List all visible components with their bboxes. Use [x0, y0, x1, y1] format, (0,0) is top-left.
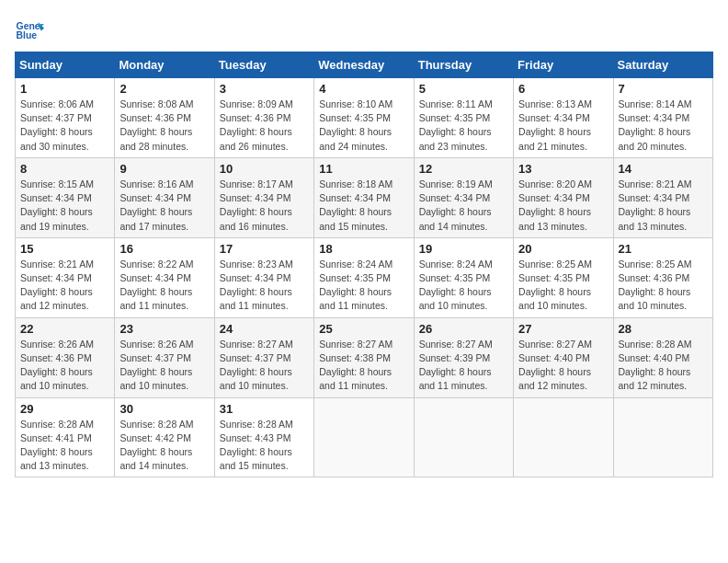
day-number: 16	[119, 242, 209, 256]
calendar-cell: 6Sunrise: 8:13 AMSunset: 4:34 PMDaylight…	[514, 78, 613, 158]
calendar-cell: 19Sunrise: 8:24 AMSunset: 4:35 PMDayligh…	[414, 237, 513, 317]
day-info: Sunrise: 8:26 AMSunset: 4:36 PMDaylight:…	[20, 338, 109, 394]
calendar-cell: 13Sunrise: 8:20 AMSunset: 4:34 PMDayligh…	[514, 157, 613, 237]
day-number: 5	[419, 82, 508, 96]
day-number: 30	[119, 402, 209, 416]
logo-icon: General Blue	[15, 15, 44, 44]
day-info: Sunrise: 8:28 AMSunset: 4:41 PMDaylight:…	[20, 418, 109, 474]
day-info: Sunrise: 8:15 AMSunset: 4:34 PMDaylight:…	[20, 178, 109, 234]
calendar-cell: 20Sunrise: 8:25 AMSunset: 4:35 PMDayligh…	[514, 237, 613, 317]
day-number: 2	[119, 82, 209, 96]
calendar-cell	[514, 397, 613, 477]
day-info: Sunrise: 8:24 AMSunset: 4:35 PMDaylight:…	[419, 258, 508, 314]
weekday-header-saturday: Saturday	[613, 52, 712, 78]
day-number: 31	[220, 402, 309, 416]
day-number: 21	[619, 242, 708, 256]
day-info: Sunrise: 8:08 AMSunset: 4:36 PMDaylight:…	[119, 98, 209, 154]
calendar-cell: 18Sunrise: 8:24 AMSunset: 4:35 PMDayligh…	[314, 237, 414, 317]
day-number: 27	[518, 322, 608, 336]
day-info: Sunrise: 8:27 AMSunset: 4:39 PMDaylight:…	[419, 338, 508, 394]
day-info: Sunrise: 8:09 AMSunset: 4:36 PMDaylight:…	[220, 98, 309, 154]
day-number: 28	[619, 322, 708, 336]
calendar-cell: 7Sunrise: 8:14 AMSunset: 4:34 PMDaylight…	[613, 78, 712, 158]
day-number: 10	[220, 162, 309, 176]
calendar-cell: 17Sunrise: 8:23 AMSunset: 4:34 PMDayligh…	[214, 237, 313, 317]
weekday-header-tuesday: Tuesday	[214, 52, 313, 78]
calendar-cell: 26Sunrise: 8:27 AMSunset: 4:39 PMDayligh…	[414, 317, 513, 397]
day-info: Sunrise: 8:27 AMSunset: 4:40 PMDaylight:…	[518, 338, 608, 394]
weekday-header-row: SundayMondayTuesdayWednesdayThursdayFrid…	[16, 52, 713, 78]
week-row-4: 22Sunrise: 8:26 AMSunset: 4:36 PMDayligh…	[16, 317, 713, 397]
weekday-header-sunday: Sunday	[16, 52, 115, 78]
weekday-header-friday: Friday	[514, 52, 613, 78]
day-number: 24	[220, 322, 309, 336]
weekday-header-monday: Monday	[115, 52, 214, 78]
day-number: 9	[119, 162, 209, 176]
calendar-cell: 15Sunrise: 8:21 AMSunset: 4:34 PMDayligh…	[16, 237, 115, 317]
day-info: Sunrise: 8:21 AMSunset: 4:34 PMDaylight:…	[20, 258, 109, 314]
day-number: 26	[419, 322, 508, 336]
day-info: Sunrise: 8:20 AMSunset: 4:34 PMDaylight:…	[518, 178, 608, 234]
calendar-cell	[613, 397, 712, 477]
calendar-cell	[414, 397, 513, 477]
calendar-cell: 3Sunrise: 8:09 AMSunset: 4:36 PMDaylight…	[214, 78, 313, 158]
calendar-cell: 23Sunrise: 8:26 AMSunset: 4:37 PMDayligh…	[115, 317, 214, 397]
week-row-2: 8Sunrise: 8:15 AMSunset: 4:34 PMDaylight…	[16, 157, 713, 237]
day-number: 1	[20, 82, 109, 96]
calendar-cell: 28Sunrise: 8:28 AMSunset: 4:40 PMDayligh…	[613, 317, 712, 397]
day-info: Sunrise: 8:28 AMSunset: 4:43 PMDaylight:…	[220, 418, 309, 474]
calendar-cell: 8Sunrise: 8:15 AMSunset: 4:34 PMDaylight…	[16, 157, 115, 237]
day-number: 14	[619, 162, 708, 176]
day-info: Sunrise: 8:19 AMSunset: 4:34 PMDaylight:…	[419, 178, 508, 234]
day-number: 23	[119, 322, 209, 336]
calendar-cell: 16Sunrise: 8:22 AMSunset: 4:34 PMDayligh…	[115, 237, 214, 317]
day-info: Sunrise: 8:26 AMSunset: 4:37 PMDaylight:…	[119, 338, 209, 394]
day-number: 8	[20, 162, 109, 176]
day-info: Sunrise: 8:11 AMSunset: 4:35 PMDaylight:…	[419, 98, 508, 154]
day-number: 17	[220, 242, 309, 256]
day-info: Sunrise: 8:25 AMSunset: 4:36 PMDaylight:…	[619, 258, 708, 314]
logo: General Blue	[15, 15, 48, 44]
week-row-3: 15Sunrise: 8:21 AMSunset: 4:34 PMDayligh…	[16, 237, 713, 317]
calendar-cell: 22Sunrise: 8:26 AMSunset: 4:36 PMDayligh…	[16, 317, 115, 397]
day-number: 13	[518, 162, 608, 176]
day-number: 15	[20, 242, 109, 256]
day-number: 3	[220, 82, 309, 96]
day-number: 29	[20, 402, 109, 416]
calendar-cell: 5Sunrise: 8:11 AMSunset: 4:35 PMDaylight…	[414, 78, 513, 158]
day-info: Sunrise: 8:24 AMSunset: 4:35 PMDaylight:…	[319, 258, 408, 314]
day-info: Sunrise: 8:17 AMSunset: 4:34 PMDaylight:…	[220, 178, 309, 234]
week-row-5: 29Sunrise: 8:28 AMSunset: 4:41 PMDayligh…	[16, 397, 713, 477]
week-row-1: 1Sunrise: 8:06 AMSunset: 4:37 PMDaylight…	[16, 78, 713, 158]
calendar-cell: 12Sunrise: 8:19 AMSunset: 4:34 PMDayligh…	[414, 157, 513, 237]
calendar-cell: 11Sunrise: 8:18 AMSunset: 4:34 PMDayligh…	[314, 157, 414, 237]
calendar-cell: 27Sunrise: 8:27 AMSunset: 4:40 PMDayligh…	[514, 317, 613, 397]
day-info: Sunrise: 8:14 AMSunset: 4:34 PMDaylight:…	[619, 98, 708, 154]
day-number: 11	[319, 162, 408, 176]
calendar-cell: 1Sunrise: 8:06 AMSunset: 4:37 PMDaylight…	[16, 78, 115, 158]
calendar-cell: 24Sunrise: 8:27 AMSunset: 4:37 PMDayligh…	[214, 317, 313, 397]
calendar-cell: 4Sunrise: 8:10 AMSunset: 4:35 PMDaylight…	[314, 78, 414, 158]
calendar-cell: 21Sunrise: 8:25 AMSunset: 4:36 PMDayligh…	[613, 237, 712, 317]
day-number: 12	[419, 162, 508, 176]
day-number: 20	[518, 242, 608, 256]
day-info: Sunrise: 8:28 AMSunset: 4:40 PMDaylight:…	[619, 338, 708, 394]
day-info: Sunrise: 8:27 AMSunset: 4:38 PMDaylight:…	[319, 338, 408, 394]
day-number: 18	[319, 242, 408, 256]
calendar-cell: 10Sunrise: 8:17 AMSunset: 4:34 PMDayligh…	[214, 157, 313, 237]
calendar-cell	[314, 397, 414, 477]
day-number: 4	[319, 82, 408, 96]
day-info: Sunrise: 8:16 AMSunset: 4:34 PMDaylight:…	[119, 178, 209, 234]
calendar-cell: 29Sunrise: 8:28 AMSunset: 4:41 PMDayligh…	[16, 397, 115, 477]
day-info: Sunrise: 8:18 AMSunset: 4:34 PMDaylight:…	[319, 178, 408, 234]
calendar-cell: 14Sunrise: 8:21 AMSunset: 4:34 PMDayligh…	[613, 157, 712, 237]
day-info: Sunrise: 8:28 AMSunset: 4:42 PMDaylight:…	[119, 418, 209, 474]
page-header: General Blue	[15, 15, 713, 44]
calendar-cell: 25Sunrise: 8:27 AMSunset: 4:38 PMDayligh…	[314, 317, 414, 397]
day-info: Sunrise: 8:23 AMSunset: 4:34 PMDaylight:…	[220, 258, 309, 314]
calendar-table: SundayMondayTuesdayWednesdayThursdayFrid…	[15, 52, 713, 477]
svg-text:Blue: Blue	[17, 30, 38, 40]
day-number: 22	[20, 322, 109, 336]
weekday-header-thursday: Thursday	[414, 52, 513, 78]
day-info: Sunrise: 8:13 AMSunset: 4:34 PMDaylight:…	[518, 98, 608, 154]
